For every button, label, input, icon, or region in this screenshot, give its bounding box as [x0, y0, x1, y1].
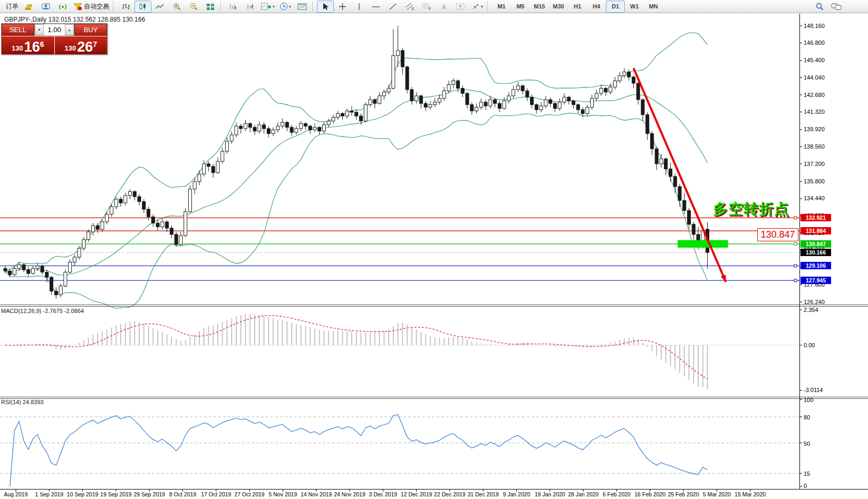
- signals-icon[interactable]: [54, 1, 71, 13]
- price-axis-label: 146.800: [804, 40, 825, 46]
- timeframe-D1[interactable]: D1: [606, 1, 625, 13]
- date-axis-label: 28 Jan 2020: [568, 491, 599, 497]
- arrows-tool-button[interactable]: ▾: [469, 1, 486, 13]
- price-axis-label: 145.400: [804, 57, 825, 63]
- date-axis-label: 9 Jan 2020: [503, 491, 531, 497]
- date-axis-label: 5 Mar 2020: [703, 491, 731, 497]
- timeframe-H1[interactable]: H1: [568, 1, 587, 13]
- main-toolbar: 订单 自动交易 ▾ ▾: [0, 0, 868, 13]
- search-button[interactable]: [811, 1, 828, 13]
- date-axis-label: 14 Nov 2019: [301, 491, 332, 497]
- text-tool-button[interactable]: A: [435, 1, 452, 13]
- chevron-down-icon: ▾: [481, 4, 483, 9]
- cursor-tool-button[interactable]: [317, 1, 334, 13]
- date-axis-label: 3 Dec 2019: [369, 491, 397, 497]
- date-axis-label: 25 Feb 2020: [668, 491, 699, 497]
- date-axis-label: Aug 2019: [4, 491, 28, 497]
- timeframe-W1[interactable]: W1: [625, 1, 644, 13]
- new-chart-button[interactable]: ▾: [259, 1, 277, 13]
- svg-text:F: F: [429, 7, 431, 11]
- sell-price[interactable]: 130 16 6: [2, 36, 55, 54]
- bar-chart-type-button[interactable]: [118, 1, 134, 13]
- candlestick-chart-type-button[interactable]: [134, 1, 151, 13]
- date-axis-label: 27 Oct 2019: [234, 491, 264, 497]
- date-axis-label: 12 Dec 2019: [401, 491, 432, 497]
- date-axis-label: 16 Feb 2020: [634, 491, 666, 497]
- zoom-in-button[interactable]: [168, 1, 185, 13]
- new-order-button[interactable]: 订单: [2, 1, 21, 13]
- horizontal-line-tool-button[interactable]: [368, 1, 384, 13]
- price-axis-label: 135.800: [804, 178, 825, 184]
- chevron-down-icon: ▾: [273, 4, 275, 9]
- price-tag-131.884: 131.884: [801, 227, 831, 234]
- timeframe-H4[interactable]: H4: [587, 1, 606, 13]
- community-icon[interactable]: [37, 1, 54, 13]
- timeframe-bar: M1M5M15M30H1H4D1W1MN: [492, 1, 663, 13]
- price-tag-130.847: 130.847: [801, 240, 831, 248]
- buy-price[interactable]: 130 26 7: [55, 36, 108, 54]
- date-axis-label: 19 Jan 2020: [535, 491, 565, 497]
- rsi-axis-label: 80: [804, 414, 810, 420]
- line-chart-type-button[interactable]: [151, 1, 168, 13]
- svg-text:A: A: [441, 3, 446, 11]
- price-axis-label: 134.440: [804, 195, 825, 201]
- chart-canvas[interactable]: [0, 0, 868, 499]
- auto-scroll-button[interactable]: [225, 1, 242, 13]
- price-tag-129.106: 129.106: [801, 262, 831, 269]
- tile-windows-button[interactable]: [202, 1, 219, 13]
- fibonacci-tool-button[interactable]: F: [418, 1, 435, 13]
- timeframe-M1[interactable]: M1: [492, 1, 511, 13]
- date-axis-label: 31 Dec 2019: [467, 491, 499, 497]
- buy-price-prefix: 130: [64, 44, 76, 52]
- text-label-tool-button[interactable]: T: [452, 1, 469, 13]
- timeframe-M5[interactable]: M5: [511, 1, 530, 13]
- price-tag-127.945: 127.945: [801, 277, 831, 284]
- macd-axis-label: 2.354: [804, 307, 818, 313]
- volume-control: ▼ ▲: [34, 24, 74, 36]
- rsi-axis-label: 50: [804, 441, 810, 447]
- date-axis-label: 8 Oct 2019: [169, 491, 196, 497]
- price-axis-label: 137.200: [804, 161, 825, 167]
- date-axis-label: 1 Sep 2019: [35, 491, 63, 497]
- volume-input[interactable]: [44, 24, 65, 35]
- date-axis-label: 17 Oct 2019: [201, 491, 231, 497]
- equidistant-channel-tool-button[interactable]: E: [401, 1, 418, 13]
- timeframe-M30[interactable]: M30: [549, 1, 568, 13]
- svg-text:E: E: [412, 7, 414, 11]
- rsi-axis-label: 0: [804, 483, 807, 489]
- gold-bar-icon[interactable]: [21, 1, 37, 13]
- chinese-annotation[interactable]: 多空转折点: [713, 199, 789, 219]
- price-axis-label: 144.040: [804, 74, 825, 81]
- trendline-tool-button[interactable]: [384, 1, 401, 13]
- vertical-line-tool-button[interactable]: [351, 1, 368, 13]
- sell-price-sup: 6: [40, 40, 44, 48]
- date-axis-label: 24 Nov 2019: [334, 491, 365, 497]
- buy-price-big: 26: [77, 41, 93, 53]
- volume-down-button[interactable]: ▼: [35, 24, 44, 35]
- timeframe-MN[interactable]: MN: [644, 1, 663, 13]
- crosshair-tool-button[interactable]: [334, 1, 351, 13]
- toolbar-separator: [113, 2, 116, 11]
- autotrading-button[interactable]: 自动交易: [71, 1, 111, 13]
- period-selector-button[interactable]: ▾: [277, 1, 294, 13]
- chart-shift-button[interactable]: [242, 1, 259, 13]
- price-axis-label: 142.680: [804, 92, 825, 98]
- price-axis-label: 138.560: [804, 143, 825, 150]
- svg-text:T: T: [459, 4, 462, 9]
- sell-button[interactable]: SELL: [2, 24, 34, 36]
- price-axis-label: 126.240: [804, 299, 825, 305]
- chevron-down-icon: ▾: [289, 4, 291, 9]
- templates-button[interactable]: [294, 1, 311, 13]
- date-axis-label: 29 Sep 2019: [133, 491, 165, 497]
- timeframe-M15[interactable]: M15: [530, 1, 549, 13]
- autotrading-label: 自动交易: [84, 2, 109, 11]
- toolbar-separator: [220, 2, 224, 11]
- chat-button[interactable]: [828, 1, 845, 13]
- chart-title: GBPJPY-,Daily 132.015 132.562 128.885 13…: [4, 16, 145, 23]
- toolbar-separator: [312, 2, 315, 11]
- zoom-out-button[interactable]: [185, 1, 202, 13]
- level-price-callout[interactable]: 130.847: [757, 228, 798, 241]
- volume-up-button[interactable]: ▲: [65, 24, 74, 35]
- one-click-trade-panel: SELL ▼ ▲ BUY 130 16 6 130 26 7: [1, 23, 108, 55]
- buy-button[interactable]: BUY: [74, 24, 107, 36]
